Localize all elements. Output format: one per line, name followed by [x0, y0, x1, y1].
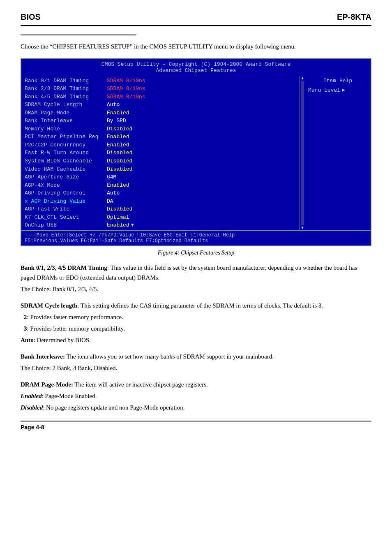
section-divider — [21, 35, 136, 35]
menu-level-label: Menu Level — [308, 87, 340, 93]
bios-scrollbar[interactable]: ▲ ▼ — [300, 76, 305, 230]
bios-body: Bank 0/1 DRAM Timing SDRAM 8/10ns Bank 2… — [21, 74, 371, 230]
header-model-label: EP-8KTA — [337, 12, 371, 22]
scroll-up-arrow: ▲ — [301, 76, 304, 81]
term-sdram-cycle: SDRAM Cycle length — [21, 302, 77, 309]
bios-row-agp-aperture: AGP Aperture Size 64M — [25, 173, 300, 181]
bios-title: CMOS Setup Utility – Copyright (C) 1984-… — [21, 59, 371, 74]
term-bank-interleave: Bank Interleave: — [21, 353, 65, 360]
bios-main-wrapper: Bank 0/1 DRAM Timing SDRAM 8/10ns Bank 2… — [21, 76, 305, 230]
bios-sidebar: Item Help Menu Level ► — [305, 76, 371, 230]
page-header: BIOS EP-8KTA — [21, 12, 371, 26]
header-bios-label: BIOS — [21, 12, 41, 22]
bios-row-sys-bios: System BIOS Cacheable Disabled — [25, 157, 300, 165]
bios-row-agp-fast-write: AGP Fast Write Disabled — [25, 205, 300, 213]
bios-row-p2c: P2C/C2P Concurrency Enabled — [25, 141, 300, 149]
bios-footer-row1: ↑↓↔:Move Enter:Select +/-/PU/PD:Value F1… — [25, 232, 367, 238]
bios-row-video-ram: Video RAM Cacheable Disabled — [25, 165, 300, 174]
term-enabled: Enabled — [21, 393, 42, 399]
bios-row-memory-hole: Memory Hole Disabled — [25, 125, 300, 133]
bios-row-bank01: Bank 0/1 DRAM Timing SDRAM 8/10ns — [25, 77, 300, 85]
bios-row-onchip-usb: OnChip USB Enabled ▼ — [25, 221, 300, 229]
scroll-down-arrow: ▼ — [301, 226, 304, 230]
section-sdram-cycle: SDRAM Cycle length: This setting defines… — [21, 301, 371, 345]
bios-row-k7-clk: K7 CLK_CTL Select Optimal — [25, 213, 300, 222]
term-auto: Auto — [21, 337, 34, 343]
page-footer: Page 4-8 — [21, 421, 371, 431]
menu-level-arrow: ► — [342, 87, 345, 93]
section-bank-dram: Bank 0/1, 2/3, 4/5 DRAM Timing: This val… — [21, 263, 371, 294]
term-bank-dram: Bank 0/1, 2/3, 4/5 DRAM Timing — [21, 264, 107, 271]
bios-screen: CMOS Setup Utility – Copyright (C) 1984-… — [21, 58, 371, 246]
bios-main-panel: Bank 0/1 DRAM Timing SDRAM 8/10ns Bank 2… — [21, 76, 300, 230]
bios-row-sdram-cycle: SDRAM Cycle Length Auto — [25, 101, 300, 109]
menu-level-row: Menu Level ► — [308, 87, 367, 93]
bios-row-agp-4x: AGP-4X Mode Enabled — [25, 181, 300, 190]
term-disabled: Disabled — [21, 404, 43, 411]
bios-row-bank23: Bank 2/3 DRAM Timing SDRAM 8/10ns — [25, 85, 300, 93]
bios-row-pci-master: PCI Master Pipeline Req Enabled — [25, 133, 300, 141]
bios-footer: ↑↓↔:Move Enter:Select +/-/PU/PD:Value F1… — [21, 230, 371, 245]
figure-caption: Figure 4: Chipset Features Setup — [21, 250, 371, 256]
term-dram-page-mode: DRAM Page-Mode: — [21, 381, 73, 388]
bios-row-agp-driving-ctrl: AGP Driving Control Auto — [25, 189, 300, 197]
bios-row-fast-rw: Fast R-W Turn Around Disabled — [25, 149, 300, 157]
section-dram-page-mode: DRAM Page-Mode: The item will active or … — [21, 380, 371, 412]
page-number: Page 4-8 — [21, 424, 44, 431]
item-help-label: Item Help — [308, 78, 367, 84]
bios-row-dram-page: DRAM Page-Mode Enabled — [25, 109, 300, 117]
bios-row-bank-interleave: Bank Interleave By SPD — [25, 117, 300, 125]
bios-footer-row2: F5:Previous Values F6:Fail-Safe Defaults… — [25, 238, 367, 244]
section-bank-interleave: Bank Interleave: The item allows you to … — [21, 352, 371, 373]
scroll-track — [301, 81, 304, 225]
intro-paragraph: Choose the “CHIPSET FEATURES SETUP” in t… — [21, 42, 371, 51]
bios-row-bank45: Bank 4/5 DRAM Timing SDRAM 8/10ns — [25, 93, 300, 101]
bios-row-agp-driving-val: x AGP Driving Value DA — [25, 197, 300, 206]
